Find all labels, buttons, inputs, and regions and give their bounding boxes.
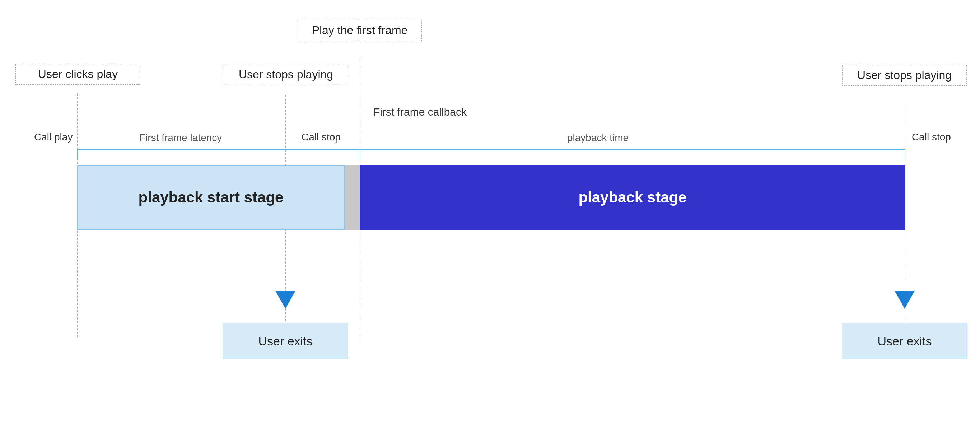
user-clicks-play-label: User clicks play [16, 64, 140, 85]
brace2-top-horiz [360, 149, 905, 150]
call-stop-label-2: Call stop [912, 131, 951, 143]
diagram: Play the first frame User clicks play Us… [0, 0, 980, 433]
arrow-down-2 [894, 291, 915, 309]
first-frame-callback-label: First frame callback [373, 106, 467, 118]
playback-stage-bar: playback stage [360, 165, 905, 230]
call-stop-label-1: Call stop [302, 131, 340, 143]
user-exits-box-2: User exits [842, 323, 967, 359]
brace2-left-vert [360, 149, 360, 160]
arrow-down-1 [275, 291, 296, 309]
user-stops-playing-label-2: User stops playing [842, 65, 967, 86]
playback-time-label: playback time [567, 132, 628, 143]
user-stops-playing-label-1: User stops playing [224, 64, 348, 85]
user-exits-box-1: User exits [223, 323, 348, 359]
first-frame-latency-label: First frame latency [139, 132, 222, 143]
brace2-right-vert [905, 149, 905, 160]
brace-top-horiz [77, 149, 360, 150]
call-play-label: Call play [34, 131, 73, 143]
brace-left-vert [77, 149, 78, 160]
play-first-frame-label: Play the first frame [298, 20, 422, 41]
playback-start-stage-bar: playback start stage [77, 165, 345, 230]
